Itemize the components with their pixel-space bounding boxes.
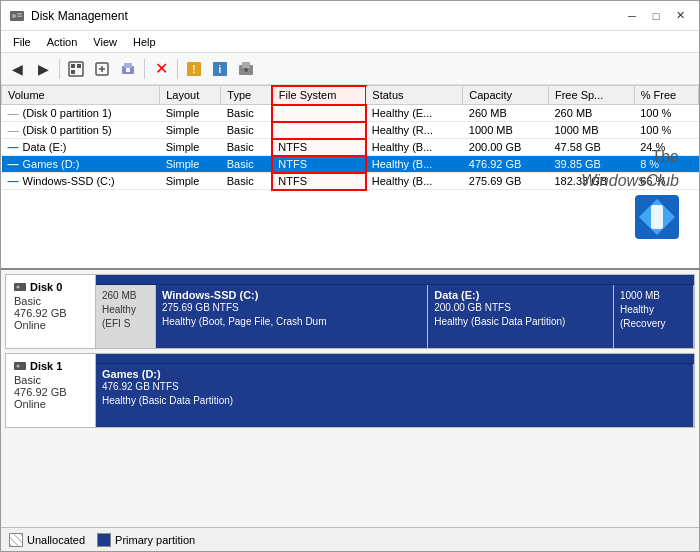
forward-button[interactable]: ▶ (31, 57, 55, 81)
menu-view[interactable]: View (85, 34, 125, 50)
disk-1-label: Disk 1 Basic 476.92 GB Online (6, 354, 96, 427)
cell-capacity: 275.69 GB (463, 173, 549, 190)
disk-1-stripe (96, 354, 694, 364)
disk-0-type: Basic (14, 295, 87, 307)
toolbar-btn1[interactable] (64, 57, 88, 81)
legend-primary: Primary partition (97, 533, 195, 547)
col-free[interactable]: Free Sp... (548, 86, 634, 105)
disk-1-games-partition[interactable]: Games (D:) 476.92 GB NTFS Healthy (Basic… (96, 364, 694, 427)
table-row[interactable]: ―Windows-SSD (C:)SimpleBasicNTFSHealthy … (2, 173, 699, 190)
disk-0-size: 476.92 GB (14, 307, 87, 319)
toolbar: ◀ ▶ ✕ ! i (1, 53, 699, 85)
toolbar-btn3[interactable] (116, 57, 140, 81)
minimize-button[interactable]: ─ (621, 5, 643, 27)
title-bar-left: Disk Management (9, 8, 128, 24)
cell-volume: ―Games (D:) (2, 156, 160, 173)
col-filesystem[interactable]: File System (272, 86, 365, 105)
col-capacity[interactable]: Capacity (463, 86, 549, 105)
disk-1-name: Disk 1 (30, 360, 62, 372)
disk-section: Disk 0 Basic 476.92 GB Online 260 MB Hea… (1, 270, 699, 527)
cell-free: 260 MB (548, 105, 634, 122)
cell-filesystem (272, 105, 365, 122)
menu-action[interactable]: Action (39, 34, 86, 50)
menu-file[interactable]: File (5, 34, 39, 50)
disk-0-partitions-wrapper: 260 MB Healthy (EFI S Windows-SSD (C:) 2… (96, 275, 694, 348)
recovery-part-size: 1000 MB (620, 289, 687, 303)
disk-0-status: Online (14, 319, 87, 331)
windows-part-status: Healthy (Boot, Page File, Crash Dum (162, 315, 421, 329)
table-row[interactable]: ―(Disk 0 partition 1)SimpleBasicHealthy … (2, 105, 699, 122)
toolbar-btn4[interactable]: ! (182, 57, 206, 81)
col-pct[interactable]: % Free (634, 86, 698, 105)
windows-part-name: Windows-SSD (C:) (162, 289, 421, 301)
games-part-status: Healthy (Basic Data Partition) (102, 394, 687, 408)
cell-volume: ―Data (E:) (2, 139, 160, 156)
legend-unallocated-label: Unallocated (27, 534, 85, 546)
cell-free: 47.58 GB (548, 139, 634, 156)
toolbar-sep2 (144, 59, 145, 79)
legend-unallocated: Unallocated (9, 533, 85, 547)
disk-0-recovery-partition[interactable]: 1000 MB Healthy (Recovery (614, 285, 694, 348)
title-controls: ─ □ ✕ (621, 5, 691, 27)
title-bar: Disk Management ─ □ ✕ (1, 1, 699, 31)
svg-rect-5 (71, 64, 75, 68)
table-row[interactable]: ―Games (D:)SimpleBasicNTFSHealthy (B...4… (2, 156, 699, 173)
toolbar-sep3 (177, 59, 178, 79)
recovery-part-status: Healthy (Recovery (620, 303, 687, 331)
toolbar-btn5[interactable]: i (208, 57, 232, 81)
cell-status: Healthy (E... (366, 105, 463, 122)
table-row[interactable]: ―(Disk 0 partition 5)SimpleBasicHealthy … (2, 122, 699, 139)
cell-filesystem: NTFS (272, 156, 365, 173)
col-volume[interactable]: Volume (2, 86, 160, 105)
svg-rect-26 (14, 362, 26, 370)
disk-0-efi-partition[interactable]: 260 MB Healthy (EFI S (96, 285, 156, 348)
disk-0-data-partition[interactable]: Data (E:) 200.00 GB NTFS Healthy (Basic … (428, 285, 614, 348)
toolbar-btn2[interactable] (90, 57, 114, 81)
cell-status: Healthy (B... (366, 156, 463, 173)
svg-rect-12 (124, 63, 132, 68)
disk-management-window: Disk Management ─ □ ✕ File Action View H… (0, 0, 700, 552)
disk-1-status: Online (14, 398, 87, 410)
toolbar-sep1 (59, 59, 60, 79)
back-button[interactable]: ◀ (5, 57, 29, 81)
disk-icon-1 (14, 360, 26, 372)
svg-rect-13 (126, 68, 130, 72)
disk-0-label: Disk 0 Basic 476.92 GB Online (6, 275, 96, 348)
games-part-size: 476.92 GB NTFS (102, 380, 687, 394)
content-area: Volume Layout Type File System Status Ca… (1, 85, 699, 551)
col-type[interactable]: Type (221, 86, 273, 105)
legend-primary-label: Primary partition (115, 534, 195, 546)
data-part-size: 200.00 GB NTFS (434, 301, 607, 315)
disk-0-content: 260 MB Healthy (EFI S Windows-SSD (C:) 2… (96, 285, 694, 348)
cell-filesystem: NTFS (272, 173, 365, 190)
cell-type: Basic (221, 173, 273, 190)
cell-type: Basic (221, 139, 273, 156)
col-status[interactable]: Status (366, 86, 463, 105)
efi-size: 260 MB (102, 289, 149, 303)
close-button[interactable]: ✕ (669, 5, 691, 27)
cell-layout: Simple (160, 173, 221, 190)
cell-capacity: 260 MB (463, 105, 549, 122)
table-row[interactable]: ―Data (E:)SimpleBasicNTFSHealthy (B...20… (2, 139, 699, 156)
col-layout[interactable]: Layout (160, 86, 221, 105)
disk-table: Volume Layout Type File System Status Ca… (1, 85, 699, 190)
svg-rect-6 (77, 64, 81, 68)
disk-0-row: Disk 0 Basic 476.92 GB Online 260 MB Hea… (5, 274, 695, 349)
legend-primary-box (97, 533, 111, 547)
menu-help[interactable]: Help (125, 34, 164, 50)
svg-text:i: i (219, 64, 222, 75)
cell-capacity: 1000 MB (463, 122, 549, 139)
disk-0-stripe (96, 275, 694, 285)
toolbar-delete-btn[interactable]: ✕ (149, 57, 173, 81)
svg-point-20 (244, 68, 248, 72)
games-part-name: Games (D:) (102, 368, 687, 380)
maximize-button[interactable]: □ (645, 5, 667, 27)
cell-free: 39.85 GB (548, 156, 634, 173)
legend: Unallocated Primary partition (1, 527, 699, 551)
disk-0-windows-partition[interactable]: Windows-SSD (C:) 275.69 GB NTFS Healthy … (156, 285, 428, 348)
cell-volume: ―Windows-SSD (C:) (2, 173, 160, 190)
cell-filesystem: NTFS (272, 139, 365, 156)
svg-rect-2 (17, 13, 22, 15)
disk-icon-0 (14, 281, 26, 293)
toolbar-btn6[interactable] (234, 57, 258, 81)
